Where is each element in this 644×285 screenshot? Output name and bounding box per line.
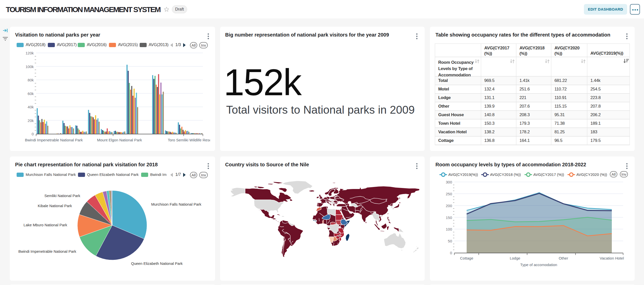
svg-text:100: 100 xyxy=(446,227,452,231)
svg-text:150: 150 xyxy=(446,215,452,220)
svg-text:60k: 60k xyxy=(28,91,34,96)
svg-text:40k: 40k xyxy=(28,105,34,109)
svg-text:0: 0 xyxy=(450,251,452,255)
svg-text:Lodge: Lodge xyxy=(510,256,520,260)
svg-text:Other: Other xyxy=(559,256,568,260)
svg-text:Type of accomodation: Type of accomodation xyxy=(520,263,557,267)
svg-text:50: 50 xyxy=(448,239,452,243)
svg-text:120k: 120k xyxy=(25,51,34,55)
svg-text:Cottage: Cottage xyxy=(460,256,473,260)
svg-text:100k: 100k xyxy=(25,65,34,69)
svg-text:Vacation Hotel: Vacation Hotel xyxy=(600,256,624,260)
svg-text:80k: 80k xyxy=(28,78,34,82)
svg-text:20k: 20k xyxy=(28,118,34,123)
svg-text:200: 200 xyxy=(446,204,452,208)
svg-text:0: 0 xyxy=(32,132,34,136)
svg-text:300: 300 xyxy=(446,180,452,184)
svg-text:250: 250 xyxy=(446,192,452,196)
